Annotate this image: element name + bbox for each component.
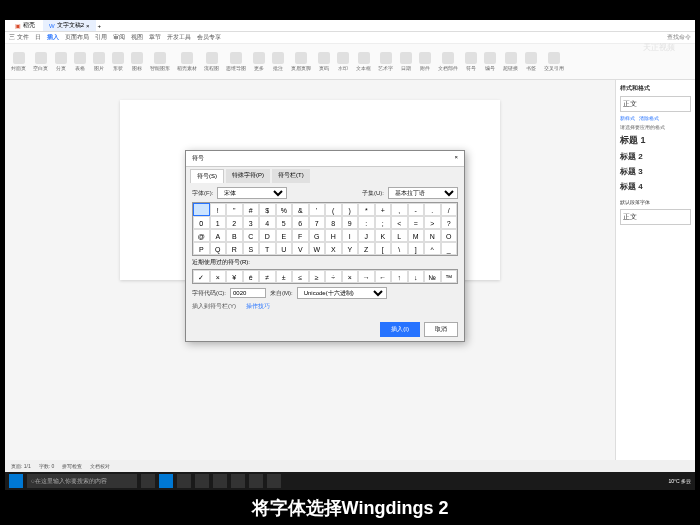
ribbon-形状[interactable]: 形状 bbox=[110, 51, 126, 72]
char-cell[interactable]: * bbox=[358, 203, 375, 216]
char-grid[interactable]: !"#$%&'()*+,-./0123456789:;<=>?@ABCDEFGH… bbox=[192, 202, 458, 256]
char-cell[interactable]: I bbox=[342, 229, 359, 242]
ribbon-附件[interactable]: 附件 bbox=[417, 51, 433, 72]
char-cell[interactable]: = bbox=[408, 216, 425, 229]
char-cell[interactable]: [ bbox=[375, 242, 392, 255]
char-cell[interactable]: F bbox=[292, 229, 309, 242]
char-cell[interactable]: P bbox=[193, 242, 210, 255]
char-cell[interactable]: B bbox=[226, 229, 243, 242]
menu-review[interactable]: 审阅 bbox=[113, 33, 125, 42]
char-cell[interactable]: W bbox=[309, 242, 326, 255]
ribbon-文档部件[interactable]: 文档部件 bbox=[436, 51, 460, 72]
char-cell[interactable]: K bbox=[375, 229, 392, 242]
tab-add[interactable]: + bbox=[98, 23, 102, 29]
tab-special[interactable]: 特殊字符(P) bbox=[226, 169, 270, 183]
char-cell[interactable]: @ bbox=[193, 229, 210, 242]
char-cell[interactable]: A bbox=[210, 229, 227, 242]
recent-char[interactable]: é bbox=[243, 270, 260, 283]
style-h2[interactable]: 标题 2 bbox=[620, 149, 691, 164]
close-icon[interactable]: × bbox=[454, 154, 458, 163]
task-icon[interactable] bbox=[159, 474, 173, 488]
char-cell[interactable]: + bbox=[375, 203, 392, 216]
char-cell[interactable]: , bbox=[391, 203, 408, 216]
ribbon-艺术字[interactable]: 艺术字 bbox=[376, 51, 395, 72]
menu-chapter[interactable]: 章节 bbox=[149, 33, 161, 42]
menu-dev[interactable]: 开发工具 bbox=[167, 33, 191, 42]
recent-char[interactable]: → bbox=[358, 270, 375, 283]
task-icon[interactable] bbox=[177, 474, 191, 488]
char-cell[interactable]: T bbox=[259, 242, 276, 255]
recent-char[interactable]: × bbox=[342, 270, 359, 283]
task-icon[interactable] bbox=[267, 474, 281, 488]
char-cell[interactable]: < bbox=[391, 216, 408, 229]
recent-char[interactable]: ≥ bbox=[309, 270, 326, 283]
char-cell[interactable]: R bbox=[226, 242, 243, 255]
menu-start[interactable]: 日 bbox=[35, 33, 41, 42]
style-deffont[interactable]: 默认段落字体 bbox=[620, 197, 691, 207]
char-cell[interactable]: 0 bbox=[193, 216, 210, 229]
char-cell[interactable]: % bbox=[276, 203, 293, 216]
char-cell[interactable]: G bbox=[309, 229, 326, 242]
menu-vip[interactable]: 会员专享 bbox=[197, 33, 221, 42]
ribbon-超链接[interactable]: 超链接 bbox=[501, 51, 520, 72]
char-cell[interactable]: & bbox=[292, 203, 309, 216]
char-cell[interactable]: # bbox=[243, 203, 260, 216]
start-button[interactable] bbox=[9, 474, 23, 488]
ribbon-批注[interactable]: 批注 bbox=[270, 51, 286, 72]
char-cell[interactable]: Y bbox=[342, 242, 359, 255]
task-icon[interactable] bbox=[141, 474, 155, 488]
char-cell[interactable]: 2 bbox=[226, 216, 243, 229]
tab-symbolbar[interactable]: 符号栏(T) bbox=[272, 169, 310, 183]
style-h3[interactable]: 标题 3 bbox=[620, 164, 691, 179]
tab-home[interactable]: ▣ 稻壳 bbox=[9, 20, 41, 31]
ribbon-流程图[interactable]: 流程图 bbox=[202, 51, 221, 72]
recent-char[interactable]: ≤ bbox=[292, 270, 309, 283]
char-cell[interactable]: J bbox=[358, 229, 375, 242]
ribbon-图片[interactable]: 图片 bbox=[91, 51, 107, 72]
style-body[interactable]: 正文 bbox=[620, 209, 691, 225]
recent-char[interactable]: ¥ bbox=[226, 270, 243, 283]
char-cell[interactable]: O bbox=[441, 229, 458, 242]
char-cell[interactable]: H bbox=[325, 229, 342, 242]
char-cell[interactable]: C bbox=[243, 229, 260, 242]
ribbon-日期[interactable]: 日期 bbox=[398, 51, 414, 72]
char-cell[interactable]: ? bbox=[441, 216, 458, 229]
char-cell[interactable]: L bbox=[391, 229, 408, 242]
menu-insert[interactable]: 插入 bbox=[47, 33, 59, 42]
from-select[interactable]: Unicode(十六进制) bbox=[297, 287, 387, 299]
char-cell[interactable]: : bbox=[358, 216, 375, 229]
char-cell[interactable]: ; bbox=[375, 216, 392, 229]
clear-style[interactable]: 清除格式 bbox=[639, 115, 659, 121]
ribbon-稻壳素材[interactable]: 稻壳素材 bbox=[175, 51, 199, 72]
ribbon-文本框[interactable]: 文本框 bbox=[354, 51, 373, 72]
ribbon-交叉引用[interactable]: 交叉引用 bbox=[542, 51, 566, 72]
char-cell[interactable]: 4 bbox=[259, 216, 276, 229]
char-cell[interactable]: Q bbox=[210, 242, 227, 255]
char-cell[interactable]: S bbox=[243, 242, 260, 255]
char-cell[interactable]: 3 bbox=[243, 216, 260, 229]
char-cell[interactable]: U bbox=[276, 242, 293, 255]
ribbon-编号[interactable]: 编号 bbox=[482, 51, 498, 72]
recent-char[interactable]: × bbox=[210, 270, 227, 283]
char-cell[interactable]: M bbox=[408, 229, 425, 242]
ribbon-书签[interactable]: 书签 bbox=[523, 51, 539, 72]
char-cell[interactable]: ^ bbox=[424, 242, 441, 255]
system-tray[interactable]: 10°C 多云 bbox=[668, 478, 691, 484]
ribbon-分页[interactable]: 分页 bbox=[53, 51, 69, 72]
recent-char[interactable]: № bbox=[424, 270, 441, 283]
recent-char[interactable]: ↑ bbox=[391, 270, 408, 283]
char-cell[interactable]: / bbox=[441, 203, 458, 216]
insert-to-bar[interactable]: 插入到符号栏(Y) bbox=[192, 302, 236, 311]
char-cell[interactable]: X bbox=[325, 242, 342, 255]
style-normal[interactable]: 正文 bbox=[620, 96, 691, 112]
menu-layout[interactable]: 页面布局 bbox=[65, 33, 89, 42]
tab-symbols[interactable]: 符号(S) bbox=[190, 169, 224, 183]
char-cell[interactable]: 5 bbox=[276, 216, 293, 229]
ribbon-页眉页脚[interactable]: 页眉页脚 bbox=[289, 51, 313, 72]
char-cell[interactable]: ) bbox=[342, 203, 359, 216]
char-cell[interactable]: ' bbox=[309, 203, 326, 216]
cancel-button[interactable]: 取消 bbox=[424, 322, 458, 337]
char-cell[interactable]: 1 bbox=[210, 216, 227, 229]
recent-char[interactable]: ✓ bbox=[193, 270, 210, 283]
recent-char[interactable]: ↓ bbox=[408, 270, 425, 283]
